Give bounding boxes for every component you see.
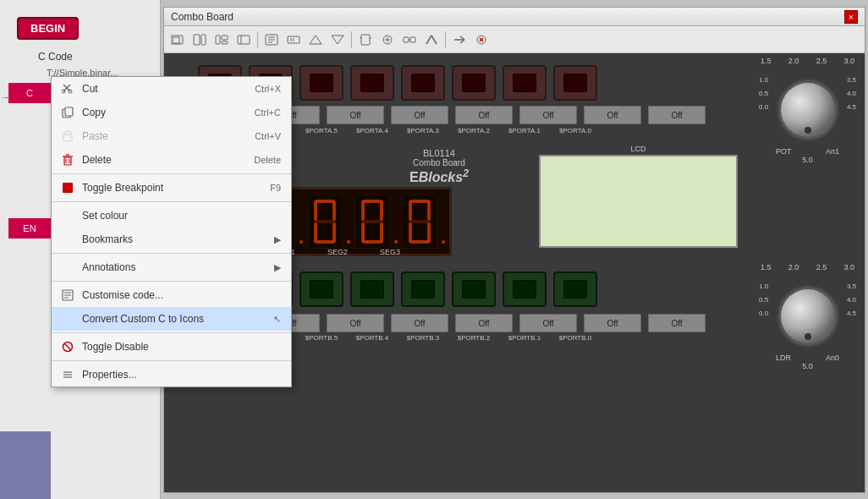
cut-shortcut: Ctrl+X xyxy=(255,84,281,94)
bookmarks-arrow-icon: ▶ xyxy=(274,234,281,245)
context-menu-item-toggle-breakpoint[interactable]: Toggle Breakpoint F9 xyxy=(52,176,291,200)
svg-rect-7 xyxy=(65,131,70,135)
separator-6 xyxy=(52,360,291,361)
off-btn-porta2[interactable]: Off xyxy=(519,106,577,124)
delete-label: Delete xyxy=(82,154,237,166)
paste-shortcut: Ctrl+V xyxy=(255,131,281,141)
led-porta1[interactable] xyxy=(503,65,547,101)
context-menu-item-copy[interactable]: Copy Ctrl+C xyxy=(52,101,291,124)
pot-knob-svg[interactable] xyxy=(774,76,842,144)
seg-digit-4 xyxy=(402,195,437,249)
knob-bottom-50: 5.0 xyxy=(802,156,813,164)
svg-rect-28 xyxy=(222,36,228,40)
context-menu-item-customise[interactable]: Customise code... xyxy=(52,283,291,307)
off-btn-portb5[interactable]: Off xyxy=(327,314,384,332)
led-portb0[interactable] xyxy=(553,271,597,307)
led-porta3[interactable] xyxy=(401,65,445,101)
cursor-indicator: ↖ xyxy=(273,314,281,325)
toolbar-btn-8[interactable] xyxy=(327,30,348,50)
context-menu-item-cut[interactable]: Cut Ctrl+X xyxy=(52,77,291,101)
off-btn-porta0[interactable]: Off xyxy=(648,106,706,124)
toolbar-btn-12[interactable] xyxy=(421,30,442,50)
led-porta2[interactable] xyxy=(452,65,496,101)
led-portb5[interactable] xyxy=(299,271,343,307)
led-portb4[interactable] xyxy=(350,271,394,307)
seg-dot-4 xyxy=(441,195,446,249)
off-btn-portb4[interactable]: Off xyxy=(391,314,448,332)
svg-rect-48 xyxy=(410,37,415,42)
off-btn-portb3[interactable]: Off xyxy=(455,314,513,332)
toolbar-btn-13[interactable] xyxy=(449,30,470,50)
off-btn-porta3[interactable]: Off xyxy=(455,106,513,124)
context-menu-item-annotations[interactable]: Annotations ▶ xyxy=(52,255,291,279)
knob-top-label-30: 3.0 xyxy=(843,57,854,65)
lcd-display xyxy=(539,155,738,248)
context-menu-item-properties[interactable]: Properties... xyxy=(52,363,291,387)
combo-toolbar xyxy=(164,26,865,53)
bl0114-info: BL0114 Combo Board EBlocks2 xyxy=(409,148,469,185)
led-porta0[interactable] xyxy=(553,65,597,101)
toolbar-btn-7[interactable] xyxy=(305,30,326,50)
separator-3 xyxy=(52,253,291,254)
led-portb2[interactable] xyxy=(452,271,496,307)
porta0-label: $PORTA.0 xyxy=(553,127,597,134)
convert-label: Convert Custom C to Icons xyxy=(82,313,270,325)
svg-point-2 xyxy=(62,90,65,93)
lcd-label: LCD xyxy=(539,145,738,153)
toolbar-btn-1[interactable] xyxy=(168,30,188,50)
context-menu-item-convert[interactable]: Convert Custom C to Icons ↖ xyxy=(52,307,291,331)
off-btn-porta1[interactable]: Off xyxy=(584,106,641,124)
led-porta4[interactable] xyxy=(350,65,394,101)
annotations-label: Annotations xyxy=(82,261,274,273)
separator-1 xyxy=(52,173,291,174)
toolbar-btn-9[interactable] xyxy=(355,30,376,50)
portb2-label: $PORTB.2 xyxy=(452,334,496,342)
ldr-knob-svg[interactable] xyxy=(774,282,842,350)
paste-label: Paste xyxy=(82,130,238,142)
toolbar-btn-2[interactable] xyxy=(190,30,210,50)
portb0-label: $PORTB.0 xyxy=(553,334,597,342)
context-menu-item-paste[interactable]: Paste Ctrl+V xyxy=(52,124,291,148)
led-portb3[interactable] xyxy=(401,271,445,307)
ldr-knob-top-label-15: 1.5 xyxy=(761,263,772,271)
toolbar-btn-11[interactable] xyxy=(399,30,420,50)
lcd-container: LCD xyxy=(539,145,738,248)
svg-rect-25 xyxy=(194,35,200,45)
context-menu-item-delete[interactable]: Delete Delete xyxy=(52,148,291,172)
knob-left-scale-10: 1.0 xyxy=(759,74,768,87)
porta3-label: $PORTA.3 xyxy=(401,127,445,134)
off-btn-porta4[interactable]: Off xyxy=(391,106,448,124)
bl0114-brand: EBlocks2 xyxy=(409,167,469,185)
porta5-label: $PORTA.5 xyxy=(299,127,343,134)
begin-button[interactable]: BEGIN xyxy=(17,17,79,40)
context-menu-item-toggle-disable[interactable]: Toggle Disable xyxy=(52,335,291,359)
toolbar-btn-3[interactable] xyxy=(212,30,232,50)
c-code-label: C Code xyxy=(38,51,73,63)
context-menu-item-bookmarks[interactable]: Bookmarks ▶ xyxy=(52,228,291,251)
led-portb1[interactable] xyxy=(503,271,547,307)
en-block[interactable]: EN xyxy=(8,218,51,239)
off-btn-portb1[interactable]: Off xyxy=(584,314,641,332)
off-btn-portb2[interactable]: Off xyxy=(519,314,577,332)
knob-right-scale-40: 4.0 xyxy=(847,87,856,101)
svg-rect-5 xyxy=(65,107,73,116)
led-porta5[interactable] xyxy=(299,65,343,101)
toolbar-separator-2 xyxy=(351,31,352,48)
portb4-label: $PORTB.4 xyxy=(350,334,394,342)
c-block[interactable]: C xyxy=(8,83,51,103)
context-menu-item-set-colour[interactable]: Set colour xyxy=(52,204,291,228)
separator-2 xyxy=(52,201,291,202)
portb3-label: $PORTB.3 xyxy=(401,334,445,342)
svg-rect-29 xyxy=(222,41,228,44)
close-button[interactable]: × xyxy=(844,10,858,24)
ldr-knob-bottom-50: 5.0 xyxy=(802,362,813,370)
toolbar-btn-10[interactable] xyxy=(377,30,398,50)
off-btn-portb0[interactable]: Off xyxy=(648,314,706,332)
off-btn-porta5[interactable]: Off xyxy=(327,106,384,124)
toolbar-btn-6[interactable] xyxy=(283,30,304,50)
toolbar-btn-14[interactable] xyxy=(471,30,492,50)
toolbar-btn-4[interactable] xyxy=(233,30,254,50)
seg-digit-3 xyxy=(354,195,390,249)
knob-top-label-20: 2.0 xyxy=(788,57,799,65)
toolbar-btn-5[interactable] xyxy=(261,30,282,50)
